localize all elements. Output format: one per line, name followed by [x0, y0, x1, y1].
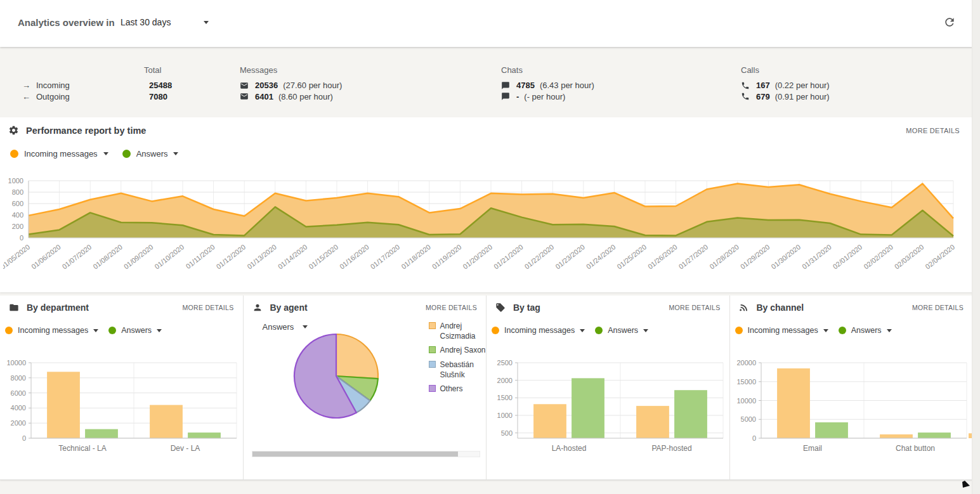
page-scrollbar-gutter[interactable] — [972, 0, 980, 494]
calls-outgoing-row: 679 (0.91 per hour) — [741, 91, 830, 103]
performance-report-card: Performance report by time MORE DETAILS … — [0, 117, 972, 292]
page-title: Analytics overview in — [18, 17, 115, 28]
chevron-down-icon — [823, 329, 828, 332]
svg-text:01/18/2020: 01/18/2020 — [400, 243, 432, 270]
summary-direction-labels: → Incoming ← Outgoing — [22, 80, 70, 102]
answers-dot — [122, 150, 131, 158]
incoming-messages-dot — [5, 327, 13, 334]
svg-text:0: 0 — [20, 234, 23, 242]
svg-text:5000: 5000 — [740, 415, 755, 423]
answers-dot — [839, 327, 846, 334]
svg-text:1000: 1000 — [8, 177, 23, 185]
messages-outgoing-rate: (8.60 per hour) — [278, 91, 333, 103]
chevron-down-icon — [303, 325, 308, 328]
messages-header: Messages — [240, 65, 277, 75]
agent-legend-item: Andrej Csizmadia — [429, 321, 490, 341]
legend-answers[interactable]: Answers — [108, 326, 162, 335]
agent-more-details-link[interactable]: MORE DETAILS — [426, 304, 477, 311]
by-tag-title: By tag — [513, 302, 540, 313]
svg-text:400: 400 — [12, 211, 23, 219]
legend-incoming-messages[interactable]: Incoming messages — [10, 149, 108, 159]
by-agent-panel: By agent MORE DETAILS Answers Andrej Csi… — [244, 296, 487, 479]
agent-legend-item: Others — [429, 384, 490, 394]
answers-dot — [595, 327, 603, 334]
calls-outgoing-rate: (0.91 per hour) — [775, 91, 830, 103]
legend-incoming-messages[interactable]: Incoming messages — [492, 326, 585, 335]
chats-incoming-count: 4785 — [516, 80, 535, 91]
chats-outgoing-rate: (- per hour) — [524, 91, 565, 103]
scrollbar-track[interactable] — [252, 451, 481, 457]
svg-text:01/07/2020: 01/07/2020 — [61, 243, 93, 270]
incoming-row-label: → Incoming — [22, 80, 70, 91]
calls-incoming-count: 167 — [756, 80, 770, 91]
tag-icon — [495, 302, 506, 313]
legend-answers[interactable]: Answers — [122, 149, 179, 159]
svg-text:01/23/2020: 01/23/2020 — [554, 243, 586, 270]
tag-more-details-link[interactable]: MORE DETAILS — [669, 304, 720, 311]
department-bar-chart: 0200040006000800010000Technical - LADev … — [1, 356, 244, 461]
tag-bar-chart: 5001000150020002500LA-hostedPAP-hosted — [487, 356, 730, 461]
top-bar: Analytics overview in Last 30 days — [0, 0, 972, 47]
by-channel-title: By channel — [757, 302, 804, 313]
chat-bubble-icon — [501, 92, 510, 101]
svg-text:01/05/2020: 01/05/2020 — [3, 243, 31, 270]
svg-text:01/11/2020: 01/11/2020 — [185, 243, 216, 270]
svg-text:Technical - LA: Technical - LA — [58, 444, 106, 453]
svg-text:01/17/2020: 01/17/2020 — [369, 243, 402, 270]
agent-legend-item: Sebastián Slušník — [429, 360, 490, 380]
refresh-icon — [943, 16, 956, 29]
by-department-panel: By department MORE DETAILS Incoming mess… — [0, 296, 244, 479]
channel-more-details-link[interactable]: MORE DETAILS — [912, 304, 964, 311]
chats-incoming-rate: (6.43 per hour) — [540, 80, 594, 91]
by-channel-panel: By channel MORE DETAILS Incoming message… — [730, 296, 973, 479]
scrollbar-thumb[interactable] — [252, 452, 458, 457]
svg-text:02/02/2020: 02/02/2020 — [862, 243, 894, 270]
svg-text:1000: 1000 — [497, 412, 513, 419]
svg-text:10000: 10000 — [736, 397, 756, 405]
legend-incoming-messages-label: Incoming messages — [24, 149, 98, 159]
messages-incoming-count: 20536 — [255, 80, 278, 91]
calls-incoming-rate: (0.22 per hour) — [775, 80, 830, 91]
outgoing-arrow-icon: ← — [22, 91, 36, 103]
legend-answers[interactable]: Answers — [595, 326, 648, 335]
rss-icon — [739, 302, 749, 313]
chevron-down-icon — [887, 329, 892, 332]
chevron-down-icon — [204, 21, 209, 24]
incoming-messages-dot — [735, 327, 743, 334]
legend-swatch — [429, 385, 436, 392]
legend-swatch — [429, 361, 436, 368]
svg-text:01/06/2020: 01/06/2020 — [30, 243, 62, 270]
department-more-details-link[interactable]: MORE DETAILS — [182, 304, 233, 311]
outgoing-row-label: ← Outgoing — [22, 91, 70, 103]
svg-text:600: 600 — [12, 200, 23, 207]
messages-outgoing-row: 6401 (8.60 per hour) — [240, 91, 342, 103]
messages-outgoing-count: 6401 — [255, 91, 273, 103]
svg-text:8000: 8000 — [11, 374, 26, 382]
svg-text:01/14/2020: 01/14/2020 — [277, 243, 309, 270]
svg-text:02/03/2020: 02/03/2020 — [893, 243, 925, 270]
svg-text:4000: 4000 — [11, 404, 26, 412]
bottom-panels: By department MORE DETAILS Incoming mess… — [0, 296, 972, 480]
svg-text:Email: Email — [802, 444, 821, 453]
svg-text:PAP-hosted: PAP-hosted — [651, 444, 691, 453]
messages-incoming-rate: (27.60 per hour) — [283, 80, 342, 91]
email-icon — [240, 92, 249, 101]
legend-answers[interactable]: Answers — [839, 326, 892, 335]
period-dropdown[interactable]: Last 30 days — [121, 17, 209, 27]
svg-text:01/19/2020: 01/19/2020 — [431, 243, 463, 270]
svg-text:800: 800 — [12, 188, 23, 196]
svg-text:01/28/2020: 01/28/2020 — [708, 243, 740, 270]
svg-text:01/31/2020: 01/31/2020 — [800, 243, 833, 270]
chevron-down-icon — [103, 152, 108, 155]
legend-swatch — [429, 346, 436, 353]
legend-incoming-messages[interactable]: Incoming messages — [735, 326, 828, 335]
performance-area-chart: 0200400600800100001/05/202001/06/202001/… — [3, 176, 958, 294]
legend-incoming-messages[interactable]: Incoming messages — [5, 326, 98, 335]
summary-band: → Incoming ← Outgoing Total 25488 7080 M… — [0, 47, 972, 117]
svg-text:200: 200 — [12, 223, 23, 230]
performance-more-details-link[interactable]: MORE DETAILS — [906, 127, 960, 134]
by-tag-panel: By tag MORE DETAILS Incoming messages An… — [487, 296, 730, 479]
legend-swatch — [429, 322, 436, 329]
refresh-button[interactable] — [943, 16, 956, 29]
svg-text:01/10/2020: 01/10/2020 — [153, 243, 185, 270]
